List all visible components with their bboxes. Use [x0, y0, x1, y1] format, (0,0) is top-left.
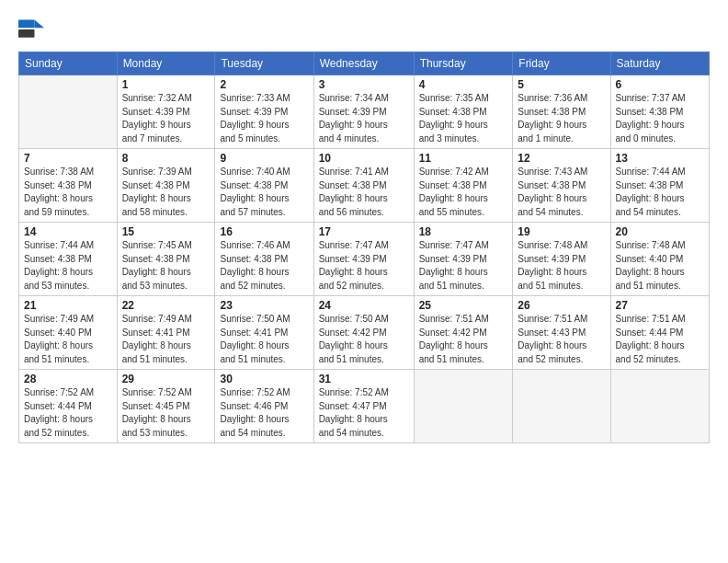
calendar-cell: 21Sunrise: 7:49 AM Sunset: 4:40 PM Dayli… [19, 296, 118, 370]
svg-marker-0 [35, 20, 45, 29]
day-number: 3 [319, 78, 409, 91]
day-info: Sunrise: 7:50 AM Sunset: 4:41 PM Dayligh… [220, 313, 308, 366]
calendar-cell: 4Sunrise: 7:35 AM Sunset: 4:38 PM Daylig… [414, 75, 513, 149]
day-info: Sunrise: 7:48 AM Sunset: 4:40 PM Dayligh… [616, 239, 704, 293]
day-number: 7 [24, 152, 112, 165]
svg-rect-1 [18, 20, 35, 29]
day-info: Sunrise: 7:44 AM Sunset: 4:38 PM Dayligh… [24, 239, 112, 293]
calendar-header-saturday: Saturday [610, 52, 709, 75]
day-number: 25 [419, 299, 508, 312]
day-number: 18 [419, 225, 508, 238]
day-number: 16 [220, 225, 308, 238]
day-number: 6 [616, 78, 704, 91]
calendar-cell: 7Sunrise: 7:38 AM Sunset: 4:38 PM Daylig… [19, 149, 118, 223]
calendar-cell [610, 370, 709, 443]
calendar-cell: 24Sunrise: 7:50 AM Sunset: 4:42 PM Dayli… [313, 296, 414, 370]
calendar-week-row: 7Sunrise: 7:38 AM Sunset: 4:38 PM Daylig… [19, 149, 710, 223]
day-number: 8 [122, 152, 210, 165]
day-number: 17 [319, 225, 409, 238]
calendar-week-row: 1Sunrise: 7:32 AM Sunset: 4:39 PM Daylig… [19, 75, 710, 149]
logo [18, 17, 46, 42]
day-number: 1 [122, 78, 210, 91]
day-info: Sunrise: 7:42 AM Sunset: 4:38 PM Dayligh… [419, 166, 508, 219]
calendar-cell [19, 75, 118, 149]
calendar-week-row: 14Sunrise: 7:44 AM Sunset: 4:38 PM Dayli… [19, 223, 710, 296]
day-info: Sunrise: 7:50 AM Sunset: 4:42 PM Dayligh… [319, 313, 409, 366]
day-number: 2 [220, 78, 308, 91]
day-number: 23 [220, 299, 308, 312]
day-info: Sunrise: 7:40 AM Sunset: 4:38 PM Dayligh… [220, 166, 308, 219]
calendar-week-row: 21Sunrise: 7:49 AM Sunset: 4:40 PM Dayli… [19, 296, 710, 370]
day-info: Sunrise: 7:41 AM Sunset: 4:38 PM Dayligh… [319, 166, 409, 219]
calendar-cell: 31Sunrise: 7:52 AM Sunset: 4:47 PM Dayli… [313, 370, 414, 443]
day-info: Sunrise: 7:35 AM Sunset: 4:38 PM Dayligh… [419, 92, 508, 145]
calendar-cell: 16Sunrise: 7:46 AM Sunset: 4:38 PM Dayli… [215, 223, 313, 296]
calendar-cell: 5Sunrise: 7:36 AM Sunset: 4:38 PM Daylig… [513, 75, 610, 149]
day-number: 29 [122, 373, 210, 385]
calendar-cell: 15Sunrise: 7:45 AM Sunset: 4:38 PM Dayli… [117, 223, 215, 296]
day-info: Sunrise: 7:52 AM Sunset: 4:47 PM Dayligh… [319, 386, 409, 440]
calendar-header-tuesday: Tuesday [215, 52, 313, 75]
day-number: 4 [419, 78, 508, 91]
calendar-cell: 14Sunrise: 7:44 AM Sunset: 4:38 PM Dayli… [19, 223, 118, 296]
day-info: Sunrise: 7:45 AM Sunset: 4:38 PM Dayligh… [122, 239, 210, 293]
calendar-cell: 3Sunrise: 7:34 AM Sunset: 4:39 PM Daylig… [313, 75, 414, 149]
calendar-cell: 10Sunrise: 7:41 AM Sunset: 4:38 PM Dayli… [313, 149, 414, 223]
calendar-cell: 6Sunrise: 7:37 AM Sunset: 4:38 PM Daylig… [610, 75, 709, 149]
day-info: Sunrise: 7:36 AM Sunset: 4:38 PM Dayligh… [518, 92, 605, 145]
day-number: 21 [24, 299, 112, 312]
calendar-cell: 29Sunrise: 7:52 AM Sunset: 4:45 PM Dayli… [117, 370, 215, 443]
calendar-cell: 18Sunrise: 7:47 AM Sunset: 4:39 PM Dayli… [414, 223, 513, 296]
calendar-cell: 17Sunrise: 7:47 AM Sunset: 4:39 PM Dayli… [313, 223, 414, 296]
calendar-cell: 26Sunrise: 7:51 AM Sunset: 4:43 PM Dayli… [513, 296, 610, 370]
day-info: Sunrise: 7:39 AM Sunset: 4:38 PM Dayligh… [122, 166, 210, 219]
day-info: Sunrise: 7:46 AM Sunset: 4:38 PM Dayligh… [220, 239, 308, 293]
day-number: 30 [220, 373, 308, 385]
day-info: Sunrise: 7:33 AM Sunset: 4:39 PM Dayligh… [220, 92, 308, 145]
day-number: 19 [518, 225, 605, 238]
calendar-week-row: 28Sunrise: 7:52 AM Sunset: 4:44 PM Dayli… [19, 370, 710, 443]
calendar-cell: 20Sunrise: 7:48 AM Sunset: 4:40 PM Dayli… [610, 223, 709, 296]
calendar-header-monday: Monday [117, 52, 215, 75]
calendar-header-row: SundayMondayTuesdayWednesdayThursdayFrid… [19, 52, 710, 75]
day-info: Sunrise: 7:52 AM Sunset: 4:44 PM Dayligh… [24, 386, 112, 440]
day-number: 15 [122, 225, 210, 238]
calendar-header-sunday: Sunday [19, 52, 118, 75]
day-info: Sunrise: 7:44 AM Sunset: 4:38 PM Dayligh… [616, 166, 704, 219]
day-info: Sunrise: 7:38 AM Sunset: 4:38 PM Dayligh… [24, 166, 112, 219]
day-number: 22 [122, 299, 210, 312]
calendar-cell: 13Sunrise: 7:44 AM Sunset: 4:38 PM Dayli… [610, 149, 709, 223]
day-number: 9 [220, 152, 308, 165]
calendar-cell: 8Sunrise: 7:39 AM Sunset: 4:38 PM Daylig… [117, 149, 215, 223]
day-info: Sunrise: 7:49 AM Sunset: 4:41 PM Dayligh… [122, 313, 210, 366]
calendar-table: SundayMondayTuesdayWednesdayThursdayFrid… [18, 52, 710, 443]
day-number: 24 [319, 299, 409, 312]
calendar-cell: 27Sunrise: 7:51 AM Sunset: 4:44 PM Dayli… [610, 296, 709, 370]
header [18, 17, 710, 42]
calendar-header-thursday: Thursday [414, 52, 513, 75]
calendar-header-friday: Friday [513, 52, 610, 75]
day-number: 11 [419, 152, 508, 165]
day-info: Sunrise: 7:37 AM Sunset: 4:38 PM Dayligh… [616, 92, 704, 145]
day-info: Sunrise: 7:43 AM Sunset: 4:38 PM Dayligh… [518, 166, 605, 219]
day-info: Sunrise: 7:32 AM Sunset: 4:39 PM Dayligh… [122, 92, 210, 145]
page: SundayMondayTuesdayWednesdayThursdayFrid… [0, 0, 728, 563]
calendar-cell: 28Sunrise: 7:52 AM Sunset: 4:44 PM Dayli… [19, 370, 118, 443]
day-number: 31 [319, 373, 409, 385]
calendar-cell: 1Sunrise: 7:32 AM Sunset: 4:39 PM Daylig… [117, 75, 215, 149]
day-info: Sunrise: 7:48 AM Sunset: 4:39 PM Dayligh… [518, 239, 605, 293]
day-info: Sunrise: 7:51 AM Sunset: 4:44 PM Dayligh… [616, 313, 704, 366]
calendar-cell: 12Sunrise: 7:43 AM Sunset: 4:38 PM Dayli… [513, 149, 610, 223]
day-info: Sunrise: 7:51 AM Sunset: 4:43 PM Dayligh… [518, 313, 605, 366]
day-info: Sunrise: 7:47 AM Sunset: 4:39 PM Dayligh… [319, 239, 409, 293]
calendar-cell: 23Sunrise: 7:50 AM Sunset: 4:41 PM Dayli… [215, 296, 313, 370]
calendar-cell: 11Sunrise: 7:42 AM Sunset: 4:38 PM Dayli… [414, 149, 513, 223]
day-info: Sunrise: 7:47 AM Sunset: 4:39 PM Dayligh… [419, 239, 508, 293]
day-number: 14 [24, 225, 112, 238]
day-number: 13 [616, 152, 704, 165]
day-number: 20 [616, 225, 704, 238]
calendar-cell: 9Sunrise: 7:40 AM Sunset: 4:38 PM Daylig… [215, 149, 313, 223]
calendar-cell: 2Sunrise: 7:33 AM Sunset: 4:39 PM Daylig… [215, 75, 313, 149]
calendar-cell: 25Sunrise: 7:51 AM Sunset: 4:42 PM Dayli… [414, 296, 513, 370]
calendar-cell: 19Sunrise: 7:48 AM Sunset: 4:39 PM Dayli… [513, 223, 610, 296]
